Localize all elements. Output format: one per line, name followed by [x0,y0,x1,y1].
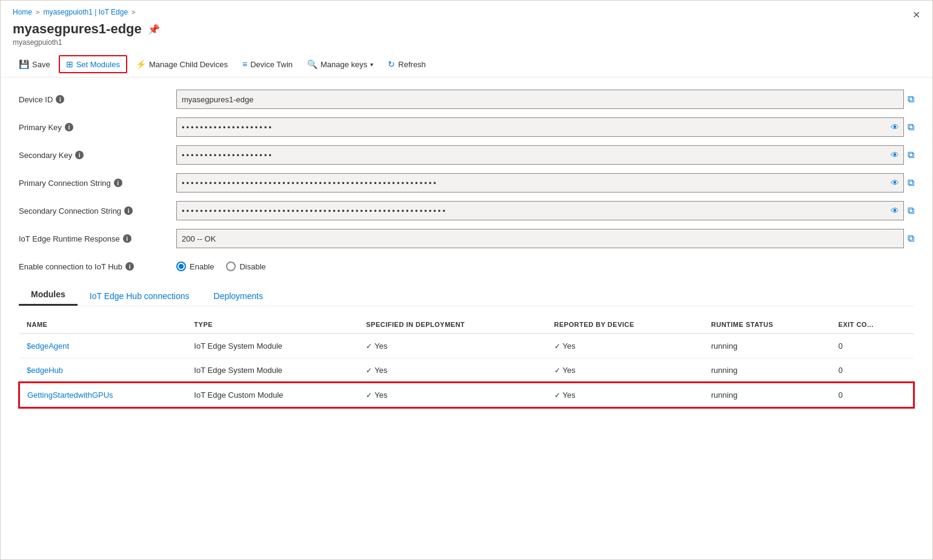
disable-radio-circle [226,262,236,271]
tabs-row: Modules IoT Edge Hub connections Deploym… [19,285,914,306]
manage-keys-label: Manage keys [320,60,367,69]
secondary-key-row: Secondary Key i 👁 ⧉ [19,145,914,165]
secondary-conn-field-wrap: 👁 ⧉ [176,201,914,220]
breadcrumb-sep2: > [131,8,135,16]
row-name: $edgeAgent [19,334,187,358]
runtime-input [176,229,904,248]
set-modules-button[interactable]: ⊞ Set Modules [59,55,127,73]
col-runtime: RUNTIME STATUS [704,316,831,334]
enable-radio-circle [176,262,186,271]
secondary-key-copy-icon[interactable]: ⧉ [908,150,914,160]
pin-icon[interactable]: 📌 [148,24,160,35]
secondary-key-eye-icon[interactable]: 👁 [891,150,899,160]
refresh-icon: ↻ [388,59,395,69]
row-reported: Yes [547,334,704,358]
primary-conn-copy-icon[interactable]: ⧉ [908,177,914,188]
primary-conn-input-wrap: 👁 [176,173,904,193]
device-id-input[interactable] [176,90,904,109]
disable-radio-option[interactable]: Disable [226,262,265,271]
reported-check: Yes [554,390,697,400]
content-area: Device ID i ⧉ Primary Key i 👁 ⧉ [1,77,932,420]
row-name: GettingStartedwithGPUs [19,383,187,407]
device-twin-button[interactable]: ≡ Device Twin [236,56,299,72]
tab-modules[interactable]: Modules [19,285,78,306]
row-specified: Yes [359,383,546,407]
device-id-input-wrap [176,90,904,109]
secondary-conn-eye-icon[interactable]: 👁 [891,206,899,216]
primary-conn-row: Primary Connection String i 👁 ⧉ [19,173,914,193]
breadcrumb-iot[interactable]: myasegpuioth1 | IoT Edge [43,8,128,16]
row-exit: 0 [831,358,914,383]
manage-child-button[interactable]: ⚡ Manage Child Devices [130,56,234,72]
gpu-module-link[interactable]: GettingStartedwithGPUs [27,390,113,400]
breadcrumb: Home > myasegpuioth1 | IoT Edge > [1,1,932,19]
secondary-conn-input[interactable] [176,201,904,220]
specified-check: Yes [366,366,539,375]
primary-conn-field-wrap: 👁 ⧉ [176,173,914,193]
row-exit: 0 [831,383,914,407]
primary-key-eye-icon[interactable]: 👁 [891,122,899,132]
manage-keys-button[interactable]: 🔍 Manage keys ▾ [301,56,379,72]
tab-deployments[interactable]: Deployments [202,286,276,306]
refresh-button[interactable]: ↻ Refresh [382,56,432,72]
enable-conn-row: Enable connection to IoT Hub i Enable Di… [19,257,914,276]
runtime-copy-icon[interactable]: ⧉ [908,233,914,244]
reported-check: Yes [554,341,697,351]
primary-conn-label: Primary Connection String i [19,179,176,188]
secondary-key-info-icon[interactable]: i [75,151,84,159]
device-twin-label: Device Twin [250,60,293,69]
table-row: $edgeHub IoT Edge System Module Yes Yes … [19,358,914,383]
primary-key-row: Primary Key i 👁 ⧉ [19,117,914,137]
save-button[interactable]: 💾 Save [13,56,56,72]
primary-key-input-wrap: 👁 [176,117,904,137]
header-row: NAME TYPE SPECIFIED IN DEPLOYMENT REPORT… [19,316,914,334]
device-id-row: Device ID i ⧉ [19,90,914,109]
primary-key-copy-icon[interactable]: ⧉ [908,122,914,133]
secondary-conn-info-icon[interactable]: i [124,206,133,215]
row-runtime: running [704,358,831,383]
primary-key-field-wrap: 👁 ⧉ [176,117,914,137]
save-icon: 💾 [19,59,29,69]
reported-check: Yes [554,366,697,375]
row-runtime: running [704,334,831,358]
device-id-field-wrap: ⧉ [176,90,914,109]
table-header: NAME TYPE SPECIFIED IN DEPLOYMENT REPORT… [19,316,914,334]
runtime-info-icon[interactable]: i [123,234,131,243]
secondary-key-label: Secondary Key i [19,151,176,160]
title-row: myasegpures1-edge 📌 [1,19,932,38]
specified-check: Yes [366,341,539,351]
modules-table: NAME TYPE SPECIFIED IN DEPLOYMENT REPORT… [19,316,914,408]
primary-conn-eye-icon[interactable]: 👁 [891,178,899,188]
enable-conn-info-icon[interactable]: i [125,262,134,271]
secondary-key-input[interactable] [176,145,904,165]
device-id-copy-icon[interactable]: ⧉ [908,94,914,105]
toolbar: 💾 Save ⊞ Set Modules ⚡ Manage Child Devi… [1,51,932,77]
table-section: NAME TYPE SPECIFIED IN DEPLOYMENT REPORT… [19,316,914,408]
save-label: Save [32,60,50,69]
secondary-key-input-wrap: 👁 [176,145,904,165]
device-id-info-icon[interactable]: i [56,95,64,104]
primary-conn-input[interactable] [176,173,904,193]
secondary-conn-copy-icon[interactable]: ⧉ [908,205,914,216]
close-button[interactable]: ✕ [912,9,920,21]
primary-key-input[interactable] [176,117,904,137]
primary-key-label: Primary Key i [19,123,176,132]
tab-iot-edge-hub[interactable]: IoT Edge Hub connections [78,286,202,306]
page-title: myasegpures1-edge [13,21,142,37]
edge-agent-link[interactable]: $edgeAgent [27,341,69,351]
enable-radio-option[interactable]: Enable [176,262,214,271]
device-id-label: Device ID i [19,95,176,104]
breadcrumb-home[interactable]: Home [13,8,32,16]
enable-conn-label: Enable connection to IoT Hub i [19,262,176,271]
runtime-field-wrap: ⧉ [176,229,914,248]
secondary-conn-row: Secondary Connection String i 👁 ⧉ [19,201,914,220]
edge-hub-link[interactable]: $edgeHub [27,366,63,375]
primary-conn-info-icon[interactable]: i [114,179,122,187]
row-type: IoT Edge System Module [187,358,359,383]
col-exit: EXIT CO... [831,316,914,334]
main-panel: ✕ Home > myasegpuioth1 | IoT Edge > myas… [0,0,933,560]
refresh-label: Refresh [398,60,426,69]
tabs-section: Modules IoT Edge Hub connections Deploym… [19,285,914,306]
primary-key-info-icon[interactable]: i [65,123,73,131]
runtime-label: IoT Edge Runtime Response i [19,234,176,243]
